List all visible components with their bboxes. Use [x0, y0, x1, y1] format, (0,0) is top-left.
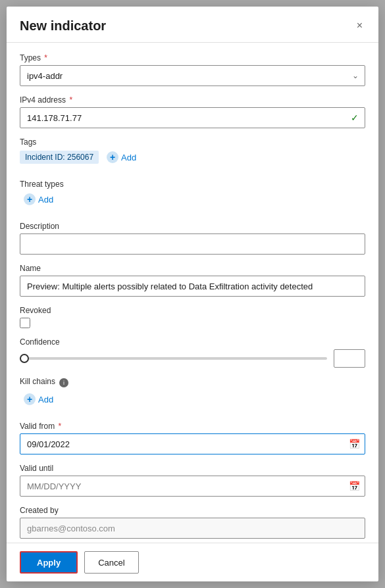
kill-chains-plus-icon: +	[24, 393, 36, 405]
description-input[interactable]	[20, 233, 365, 255]
tags-container: Incident ID: 256067 + Add	[20, 149, 365, 165]
valid-until-label: Valid until	[20, 464, 365, 473]
modal-container: New indicator × Types * ipv4-addr ipv6-a…	[7, 7, 378, 581]
kill-chains-add-label: Add	[38, 395, 53, 404]
description-field: Description	[20, 222, 365, 255]
tags-plus-icon: +	[107, 151, 118, 163]
threat-types-label: Threat types	[20, 180, 365, 189]
description-label: Description	[20, 222, 365, 231]
types-label: Types *	[20, 53, 365, 62]
valid-until-input-wrapper: 📅	[20, 476, 365, 497]
ipv4-input-wrapper: ✓	[20, 107, 365, 128]
name-field: Name	[20, 264, 365, 297]
tags-field: Tags Incident ID: 256067 + Add	[20, 137, 365, 165]
created-by-field: Created by	[20, 506, 365, 539]
valid-until-input[interactable]	[20, 476, 365, 497]
close-icon: ×	[357, 20, 363, 32]
close-button[interactable]: ×	[354, 17, 365, 34]
types-required: *	[42, 53, 47, 62]
confidence-slider-wrapper	[20, 349, 365, 368]
valid-until-field: Valid until 📅	[20, 464, 365, 497]
tag-text: Incident ID: 256067	[25, 153, 93, 162]
modal-overlay: New indicator × Types * ipv4-addr ipv6-a…	[0, 0, 385, 588]
revoked-field: Revoked	[20, 306, 365, 328]
threat-types-add-wrapper: + Add	[20, 191, 365, 207]
valid-from-label: Valid from *	[20, 422, 365, 431]
apply-button[interactable]: Apply	[20, 551, 78, 574]
created-by-label: Created by	[20, 506, 365, 515]
valid-from-field: Valid from * 📅	[20, 422, 365, 454]
ipv4-check-icon: ✓	[351, 112, 359, 123]
kill-chains-label-row: Kill chains i	[20, 377, 365, 389]
kill-chains-section: Kill chains i + Add	[20, 377, 365, 407]
ipv4-input[interactable]	[20, 107, 365, 128]
kill-chains-add-button[interactable]: + Add	[20, 391, 57, 407]
revoked-label: Revoked	[20, 306, 365, 315]
modal-footer: Apply Cancel	[7, 543, 378, 581]
valid-from-input-wrapper: 📅	[20, 433, 365, 454]
tags-label: Tags	[20, 137, 365, 147]
tags-add-button[interactable]: + Add	[103, 149, 140, 165]
ipv4-field: IPv4 address * ✓	[20, 95, 365, 128]
valid-from-input[interactable]	[20, 433, 365, 454]
threat-types-add-label: Add	[38, 195, 53, 205]
created-by-input	[20, 518, 365, 539]
revoked-checkbox-wrapper	[20, 318, 365, 328]
modal-title: New indicator	[20, 18, 106, 34]
name-input[interactable]	[20, 276, 365, 297]
confidence-slider[interactable]	[20, 357, 327, 360]
threat-types-section: Threat types + Add	[20, 180, 365, 207]
revoked-checkbox[interactable]	[20, 318, 30, 328]
modal-header: New indicator ×	[7, 7, 378, 43]
ipv4-required: *	[67, 95, 72, 105]
types-select-wrapper: ipv4-addr ipv6-addr domain-name url file…	[20, 65, 365, 86]
cancel-button[interactable]: Cancel	[84, 551, 138, 574]
kill-chains-label: Kill chains	[20, 377, 55, 386]
name-label: Name	[20, 264, 365, 273]
tags-add-label: Add	[121, 153, 136, 162]
threat-types-add-button[interactable]: + Add	[20, 191, 57, 207]
types-select[interactable]: ipv4-addr ipv6-addr domain-name url file	[20, 65, 365, 86]
confidence-section: Confidence	[20, 337, 365, 368]
types-field: Types * ipv4-addr ipv6-addr domain-name …	[20, 53, 365, 86]
valid-from-required: *	[56, 422, 61, 431]
kill-chains-info-icon[interactable]: i	[59, 378, 68, 387]
confidence-label: Confidence	[20, 337, 365, 347]
ipv4-label: IPv4 address *	[20, 95, 365, 105]
tag-item: Incident ID: 256067	[20, 151, 99, 164]
threat-types-plus-icon: +	[24, 193, 36, 205]
confidence-value-input[interactable]	[334, 349, 365, 368]
modal-body: Types * ipv4-addr ipv6-addr domain-name …	[7, 43, 378, 543]
